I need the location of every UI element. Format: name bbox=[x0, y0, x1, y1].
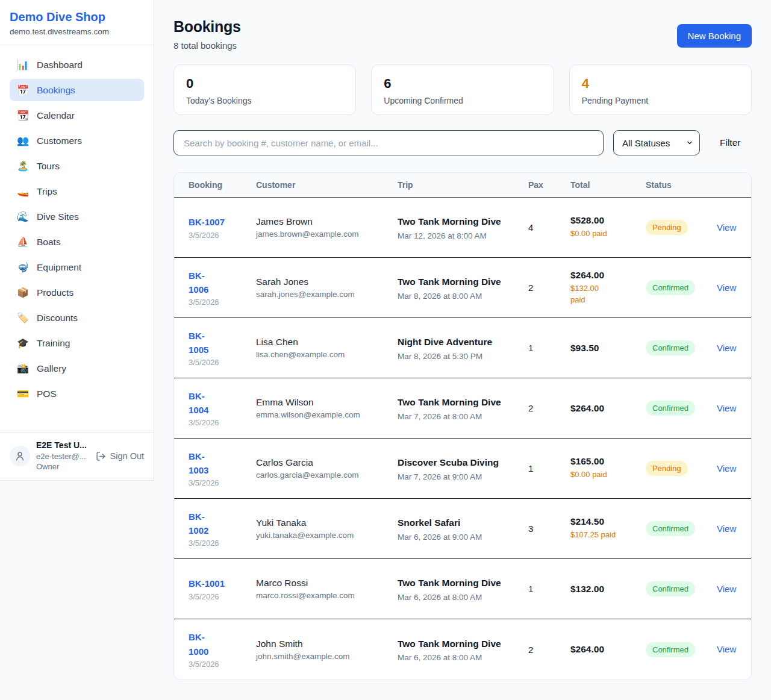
customer-email: lisa.chen@example.com bbox=[256, 350, 398, 359]
trip-name: Two Tank Morning Dive bbox=[398, 395, 501, 409]
view-link[interactable]: View bbox=[717, 584, 736, 594]
booking-date: 3/5/2026 bbox=[189, 660, 256, 669]
sidebar-item-training[interactable]: 🎓 Training bbox=[10, 332, 144, 354]
table-row: BK-1001 3/5/2026 Marco Rossi marco.rossi… bbox=[174, 559, 751, 619]
pax-count: 1 bbox=[528, 584, 570, 594]
trip-name: Snorkel Safari bbox=[398, 516, 501, 530]
view-link[interactable]: View bbox=[717, 343, 736, 353]
view-link[interactable]: View bbox=[717, 644, 736, 654]
total-amount: $264.00 bbox=[570, 270, 646, 281]
sidebar-item-products[interactable]: 📦 Products bbox=[10, 281, 144, 304]
customer-name: James Brown bbox=[256, 216, 398, 227]
booking-date: 3/5/2026 bbox=[189, 478, 256, 487]
total-amount: $93.50 bbox=[570, 343, 646, 354]
calendar-icon: 📅 bbox=[17, 84, 29, 96]
view-link[interactable]: View bbox=[717, 283, 736, 293]
filter-row: All Statuses Filter bbox=[173, 130, 752, 155]
customer-name: John Smith bbox=[256, 639, 398, 649]
col-header-booking: Booking bbox=[189, 180, 256, 190]
trip-name: Two Tank Morning Dive bbox=[398, 576, 501, 590]
trip-datetime: Mar 6, 2026 at 8:00 AM bbox=[398, 593, 528, 602]
booking-id-link[interactable]: BK- 1003 bbox=[189, 449, 208, 478]
trip-name: Night Dive Adventure bbox=[398, 335, 501, 349]
table-row: BK- 1003 3/5/2026 Carlos Garcia carlos.g… bbox=[174, 439, 751, 499]
sidebar-item-discounts[interactable]: 🏷️ Discounts bbox=[10, 307, 144, 329]
booking-date: 3/5/2026 bbox=[189, 418, 256, 427]
table-row: BK- 1002 3/5/2026 Yuki Tanaka yuki.tanak… bbox=[174, 499, 751, 559]
trip-datetime: Mar 12, 2026 at 8:00 AM bbox=[398, 231, 528, 240]
camera-icon: 📸 bbox=[17, 363, 29, 374]
view-link[interactable]: View bbox=[717, 523, 736, 534]
paid-amount: $132.00 paid bbox=[570, 283, 646, 306]
booking-id-link[interactable]: BK- 1002 bbox=[189, 510, 208, 538]
pax-count: 2 bbox=[528, 283, 570, 293]
sign-out-button[interactable]: Sign Out bbox=[96, 451, 144, 461]
paid-amount: $0.00 paid bbox=[570, 228, 646, 240]
tear-off-calendar-icon: 📆 bbox=[17, 110, 29, 121]
booking-id-link[interactable]: BK- 1006 bbox=[189, 269, 208, 297]
status-badge: Confirmed bbox=[646, 521, 695, 536]
pax-count: 1 bbox=[528, 343, 570, 353]
booking-id-link[interactable]: BK-1007 bbox=[189, 215, 225, 229]
user-info: E2E Test U... e2e-tester@... Owner bbox=[36, 440, 87, 472]
bar-chart-icon: 📊 bbox=[17, 59, 29, 70]
booking-date: 3/5/2026 bbox=[189, 358, 256, 367]
pax-count: 3 bbox=[528, 523, 570, 534]
trip-name: Two Tank Morning Dive bbox=[398, 214, 501, 228]
sidebar-item-bookings[interactable]: 📅 Bookings bbox=[10, 79, 144, 101]
sidebar-item-calendar[interactable]: 📆 Calendar bbox=[10, 104, 144, 127]
tag-icon: 🏷️ bbox=[17, 312, 29, 323]
booking-id-link[interactable]: BK- 1005 bbox=[189, 329, 208, 357]
booking-id-link[interactable]: BK- 1004 bbox=[189, 389, 208, 417]
stat-value: 4 bbox=[582, 76, 739, 92]
sign-out-label: Sign Out bbox=[110, 451, 144, 461]
booking-id-link[interactable]: BK- 1000 bbox=[189, 630, 208, 658]
sidebar-item-pos[interactable]: 💳 POS bbox=[10, 383, 144, 405]
total-amount: $264.00 bbox=[570, 644, 646, 655]
filter-button[interactable]: Filter bbox=[720, 137, 740, 148]
customer-email: yuki.tanaka@example.com bbox=[256, 531, 398, 540]
stat-value: 6 bbox=[384, 76, 541, 92]
total-amount: $264.00 bbox=[570, 403, 646, 414]
total-amount: $214.50 bbox=[570, 516, 646, 527]
pax-count: 4 bbox=[528, 222, 570, 233]
search-input[interactable] bbox=[173, 130, 604, 155]
view-link[interactable]: View bbox=[717, 403, 736, 413]
graduation-cap-icon: 🎓 bbox=[17, 337, 29, 349]
page-title: Bookings bbox=[173, 18, 241, 36]
sidebar-item-dashboard[interactable]: 📊 Dashboard bbox=[10, 54, 144, 76]
view-link[interactable]: View bbox=[717, 463, 736, 473]
wave-icon: 🌊 bbox=[17, 211, 29, 222]
customer-email: marco.rossi@example.com bbox=[256, 591, 398, 600]
trip-datetime: Mar 8, 2026 at 5:30 PM bbox=[398, 352, 528, 361]
trip-datetime: Mar 6, 2026 at 8:00 AM bbox=[398, 653, 528, 662]
status-badge: Confirmed bbox=[646, 401, 695, 416]
new-booking-button[interactable]: New Booking bbox=[677, 24, 752, 48]
sidebar-item-equipment[interactable]: 🤿 Equipment bbox=[10, 256, 144, 278]
table-row: BK- 1004 3/5/2026 Emma Wilson emma.wilso… bbox=[174, 378, 751, 439]
user-role: Owner bbox=[36, 461, 87, 472]
view-link[interactable]: View bbox=[717, 222, 736, 233]
pax-count: 2 bbox=[528, 645, 570, 655]
package-icon: 📦 bbox=[17, 287, 29, 298]
customer-email: emma.wilson@example.com bbox=[256, 410, 398, 419]
customer-name: Lisa Chen bbox=[256, 337, 398, 348]
sidebar-item-dive-sites[interactable]: 🌊 Dive Sites bbox=[10, 205, 144, 228]
sidebar-item-boats[interactable]: ⛵ Boats bbox=[10, 231, 144, 253]
sidebar-item-gallery[interactable]: 📸 Gallery bbox=[10, 357, 144, 380]
booking-id-link[interactable]: BK-1001 bbox=[189, 577, 225, 590]
credit-card-icon: 💳 bbox=[17, 388, 29, 399]
status-badge: Pending bbox=[646, 461, 688, 476]
trip-datetime: Mar 8, 2026 at 8:00 AM bbox=[398, 292, 528, 301]
sidebar-item-tours[interactable]: 🏝️ Tours bbox=[10, 155, 144, 177]
trip-name: Two Tank Morning Dive bbox=[398, 637, 501, 651]
customer-name: Emma Wilson bbox=[256, 397, 398, 408]
page-header: Bookings 8 total bookings New Booking bbox=[173, 18, 752, 51]
sidebar-item-trips[interactable]: 🚤 Trips bbox=[10, 180, 144, 202]
status-select[interactable]: All Statuses bbox=[613, 130, 700, 155]
paid-amount: $0.00 paid bbox=[570, 469, 646, 481]
stat-label: Pending Payment bbox=[582, 96, 739, 105]
col-header-customer: Customer bbox=[256, 180, 398, 190]
user-footer: E2E Test U... e2e-tester@... Owner Sign … bbox=[0, 432, 154, 480]
sidebar-item-customers[interactable]: 👥 Customers bbox=[10, 130, 144, 152]
